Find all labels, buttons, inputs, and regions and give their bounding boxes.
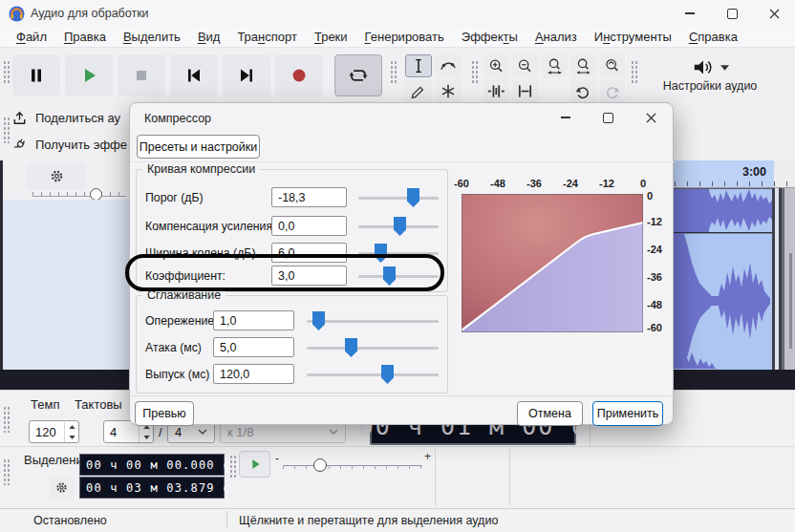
menu-item-file[interactable]: Файл	[8, 28, 55, 46]
minimize-icon	[561, 117, 570, 117]
selection-end-field[interactable]: 00 ч 03 м 03.879 с	[79, 477, 225, 499]
menu-item-edit[interactable]: Правка	[55, 28, 115, 46]
menu-item-generate[interactable]: Генерировать	[356, 28, 453, 46]
pencil-icon	[409, 81, 428, 100]
lookahead-input[interactable]	[213, 310, 294, 330]
speed-toolbar-grip[interactable]	[229, 455, 237, 478]
graph-y-label: -36	[647, 271, 672, 283]
spin-down-icon[interactable]	[140, 432, 153, 442]
selection-start-value: 00 ч 00 м 00.000 с	[86, 458, 231, 472]
selection-options-button[interactable]	[50, 477, 74, 498]
vertical-scrollbar[interactable]	[789, 253, 792, 349]
menu-item-effects[interactable]: Эффекты	[453, 28, 526, 46]
preview-button[interactable]: Превью	[135, 401, 194, 426]
zoom-toggle-button[interactable]	[599, 54, 625, 77]
maximize-button[interactable]	[711, 0, 753, 27]
tools-toolbar-grip[interactable]	[390, 60, 398, 85]
undo-button[interactable]	[570, 79, 596, 102]
envelope-tool-button[interactable]	[435, 54, 462, 77]
dialog-window-controls	[544, 105, 673, 130]
cancel-button[interactable]: Отмена	[517, 401, 583, 426]
share-audio-button[interactable]: Поделиться ау	[11, 105, 129, 130]
edit-toolbar-grip[interactable]	[471, 60, 479, 85]
spin-up-icon[interactable]	[65, 421, 78, 432]
timeline-ruler[interactable]: 3:00	[671, 160, 795, 188]
playback-speed-slider[interactable]	[275, 453, 434, 478]
tempo-spin-arrows[interactable]	[64, 421, 78, 442]
zoom-out-button[interactable]	[512, 54, 538, 77]
audio-track[interactable]	[671, 188, 795, 370]
window-title: Аудио для обработки	[31, 7, 149, 20]
dialog-close-button[interactable]	[630, 105, 673, 130]
tempo-toolbar-grip[interactable]	[3, 406, 11, 433]
menu-item-transport[interactable]: Транспорт	[228, 28, 306, 46]
share-toolbar-grip[interactable]	[3, 117, 11, 143]
attack-slider-thumb[interactable]	[345, 338, 357, 357]
redo-button[interactable]	[599, 79, 625, 102]
stop-button[interactable]	[118, 54, 165, 96]
loop-button[interactable]	[334, 54, 382, 96]
minimize-button[interactable]	[669, 0, 711, 27]
selection-tool-button[interactable]	[405, 54, 432, 77]
spin-down-icon[interactable]	[65, 432, 78, 442]
presets-settings-button[interactable]: Пресеты и настройки	[137, 135, 260, 159]
skip-to-start-button[interactable]	[170, 54, 218, 96]
play-icon	[77, 64, 100, 87]
transport-toolbar-grip[interactable]	[3, 60, 11, 85]
speed-slider-thumb[interactable]	[313, 458, 327, 472]
track-control-panel[interactable]	[3, 200, 129, 372]
graph-x-label: -60	[447, 178, 476, 189]
pause-button[interactable]	[12, 54, 60, 96]
lookahead-slider-thumb[interactable]	[312, 311, 325, 330]
threshold-slider-thumb[interactable]	[407, 188, 419, 207]
menu-item-tracks[interactable]: Треки	[306, 28, 356, 46]
release-slider[interactable]	[307, 364, 439, 385]
get-effects-button[interactable]: Получить эффе	[11, 132, 129, 157]
menu-item-tools[interactable]: Инструменты	[586, 28, 680, 46]
makeup-gain-slider[interactable]	[358, 216, 439, 237]
selection-start-field[interactable]: 00 ч 00 м 00.000 с	[79, 454, 225, 476]
record-icon	[288, 64, 311, 87]
menu-item-help[interactable]: Справка	[680, 28, 746, 46]
zoom-fit-button[interactable]	[570, 54, 596, 77]
lookahead-slider[interactable]	[307, 310, 439, 331]
waveform[interactable]	[671, 188, 772, 370]
menu-item-select[interactable]: Выделить	[115, 28, 189, 46]
graph-y-label: -60	[647, 322, 672, 333]
draw-tool-button[interactable]	[405, 79, 432, 102]
multi-tool-button[interactable]	[435, 79, 462, 102]
compression-graph	[462, 194, 643, 332]
silence-audio-button[interactable]	[512, 79, 538, 102]
release-slider-thumb[interactable]	[381, 365, 394, 384]
play-at-speed-button[interactable]	[239, 451, 270, 478]
zoom-selection-button[interactable]	[542, 54, 568, 77]
apply-button[interactable]: Применить	[592, 401, 663, 426]
play-button[interactable]	[65, 54, 113, 96]
zoom-fit-icon	[573, 56, 593, 76]
maximize-icon	[603, 113, 613, 123]
menu-item-analyze[interactable]: Анализ	[526, 28, 586, 46]
close-button[interactable]	[753, 0, 795, 27]
menu-item-view[interactable]: Вид	[189, 28, 229, 46]
audio-setup-grip[interactable]	[631, 60, 638, 85]
threshold-slider[interactable]	[358, 187, 439, 208]
zoom-in-button[interactable]	[483, 54, 509, 77]
attack-input[interactable]	[213, 337, 294, 357]
threshold-input[interactable]	[271, 187, 347, 207]
dialog-minimize-button[interactable]	[544, 105, 587, 130]
play-at-speed-icon	[247, 457, 263, 472]
tempo-spinner[interactable]: 120	[29, 420, 79, 443]
share-toolbar: Поделиться ау Получить эффе	[0, 102, 129, 158]
dialog-maximize-button[interactable]	[587, 105, 630, 130]
skip-to-end-button[interactable]	[223, 54, 270, 96]
chevron-down-icon	[198, 429, 207, 435]
timeline-options-button[interactable]	[27, 162, 86, 190]
makeup-gain-slider-thumb[interactable]	[394, 217, 406, 236]
selection-toolbar-grip[interactable]	[3, 458, 11, 485]
attack-slider[interactable]	[307, 337, 439, 358]
record-button[interactable]	[275, 54, 323, 96]
trim-audio-button[interactable]	[483, 79, 509, 102]
release-input[interactable]	[213, 364, 294, 384]
audio-setup-button[interactable]: Настройки аудио	[646, 54, 774, 96]
makeup-gain-input[interactable]	[271, 216, 347, 236]
